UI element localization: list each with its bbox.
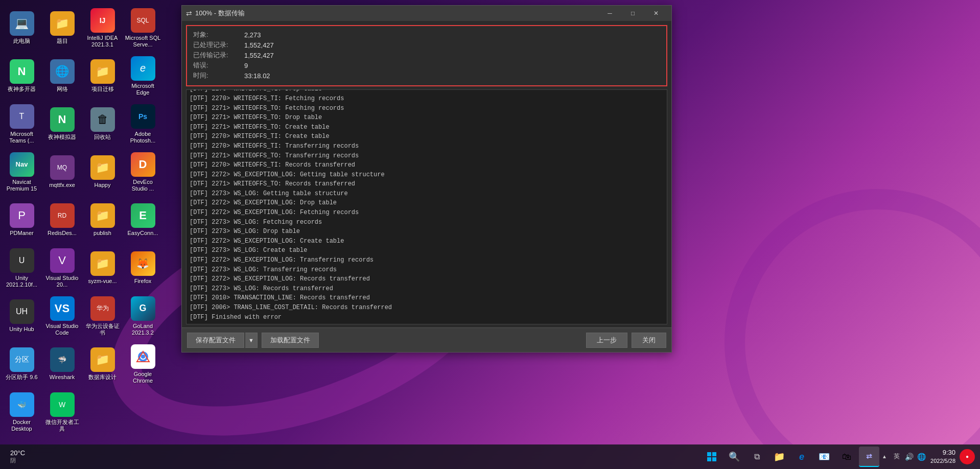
desktop-icon-pdmaner[interactable]: P PDManer: [3, 197, 41, 243]
desktop-icon-idea[interactable]: IJ IntelliJ IDEA 2021.3.1: [83, 5, 122, 51]
desktop-icon-easyconn[interactable]: E EasyConn...: [124, 197, 162, 243]
log-area[interactable]: [DTF] 2269> WRITEOFFS_PR: Fetching recor…: [186, 89, 667, 324]
log-content: [DTF] 2269> WRITEOFFS_PR: Fetching recor…: [186, 89, 667, 324]
save-config-arrow[interactable]: ▼: [245, 333, 258, 348]
desktop-icon-happy[interactable]: 📁 Happy: [83, 149, 122, 195]
unityhub-label: Unity Hub: [9, 326, 34, 333]
log-line: [DTF] 2273> WS_LOG: Getting table struct…: [190, 189, 664, 199]
fenqu-icon: 分区: [10, 347, 34, 372]
syzm-icon: 📁: [90, 251, 115, 276]
desktop-icon-fenqu[interactable]: 分区 分区助手 9.6: [3, 341, 41, 387]
log-line: [DTF] 2273> WS_LOG: Drop table: [190, 227, 664, 237]
wireshark-label: Wireshark: [50, 374, 75, 381]
desktop-icon-publish[interactable]: 📁 publish: [83, 197, 122, 243]
happy-icon: 📁: [90, 155, 115, 180]
desktop-icon-shujuku[interactable]: 📁 数据库设计: [83, 341, 122, 387]
desktop-icon-hw[interactable]: 华为 华为云设备证书: [83, 293, 122, 339]
processing-value: 1,552,427: [244, 41, 274, 49]
adobe-icon: Ps: [131, 104, 155, 129]
load-config-button[interactable]: 加载配置文件: [262, 333, 319, 348]
desktop-icon-unityhub[interactable]: UH Unity Hub: [3, 293, 41, 339]
minimize-button[interactable]: ─: [598, 6, 621, 21]
objects-value: 2,273: [244, 31, 261, 39]
desktop-icon-wechat[interactable]: W 微信开发者工具: [43, 389, 81, 435]
systray: ▲ 英 🔊 🌐: [879, 452, 926, 462]
start-button[interactable]: [702, 447, 722, 467]
idea-label: IntelliJ IDEA 2021.3.1: [85, 35, 121, 48]
desktop-icon-mqtt[interactable]: MQ mqttfx.exe: [43, 149, 81, 195]
desktop-icon-firefox[interactable]: 🦊 Firefox: [124, 245, 162, 291]
desktop-icon-vs[interactable]: V Visual Studio 20...: [43, 245, 81, 291]
recycle-icon: 🗑: [90, 107, 115, 132]
edge-icon: e: [131, 56, 155, 81]
close-button[interactable]: ✕: [644, 6, 667, 21]
log-line: [DTF] 2271> WRITEOFFS_TO: Transferring r…: [190, 151, 664, 161]
taskbar-store[interactable]: 🛍: [836, 447, 857, 467]
desktop-icon-edge[interactable]: e Microsoft Edge: [124, 53, 162, 99]
window-footer: 保存配置文件 ▼ 加载配置文件 上一步 关闭: [182, 327, 671, 352]
save-config-button[interactable]: 保存配置文件: [187, 333, 244, 348]
nox2-icon: N: [50, 107, 75, 132]
close-window-button[interactable]: 关闭: [632, 333, 666, 348]
desktop-icon-redis[interactable]: RD RedisDes...: [43, 197, 81, 243]
titlebar-left: ⇄ 100% - 数据传输: [186, 9, 245, 18]
pdmaner-label: PDManer: [10, 230, 33, 237]
adobe-label: Adobe Photosh...: [125, 131, 161, 144]
deveco-label: DevEco Studio ...: [125, 179, 161, 192]
desktop-icon-syzm[interactable]: 📁 syzm-vue...: [83, 245, 122, 291]
desktop-icon-chrome[interactable]: Google Chrome: [124, 341, 162, 387]
log-line: [DTF] 2272> WS_EXCEPTION_LOG: Fetching r…: [190, 208, 664, 218]
taskbar-navicat-active[interactable]: ⇄: [859, 447, 879, 467]
processing-label: 已处理记录:: [193, 40, 244, 50]
desktop-icon-adobe[interactable]: Ps Adobe Photosh...: [124, 101, 162, 147]
tray-network[interactable]: 🌐: [916, 452, 926, 462]
navicat-label: Navicat Premium 15: [4, 179, 40, 192]
objects-label: 对象:: [193, 30, 244, 39]
desktop-icon-migrate[interactable]: 📁 项目迁移: [83, 53, 122, 99]
notification-button[interactable]: ●: [960, 449, 975, 464]
desktop-icon-unity[interactable]: U Unity 2021.2.10f...: [3, 245, 41, 291]
save-config-group: 保存配置文件 ▼: [187, 333, 258, 348]
search-button[interactable]: 🔍: [724, 447, 744, 467]
footer-right: 上一步 关闭: [586, 333, 666, 348]
desktop-icon-nox2[interactable]: N 夜神模拟器: [43, 101, 81, 147]
taskview-button[interactable]: ⧉: [746, 447, 767, 467]
log-line: [DTF] 2010> TRANSACTION_LINE: Records tr…: [190, 293, 664, 303]
tray-speaker[interactable]: 🔊: [904, 452, 914, 462]
desktop-icon-teams[interactable]: T Microsoft Teams (...: [3, 101, 41, 147]
maximize-button[interactable]: □: [621, 6, 644, 21]
pc-label: 此电脑: [13, 38, 30, 44]
desktop-icon-sql[interactable]: SQL Microsoft SQL Serve...: [124, 5, 162, 51]
taskbar-edge[interactable]: e: [791, 447, 812, 467]
taskbar-explorer[interactable]: 📁: [769, 447, 789, 467]
taskbar-mail[interactable]: 📧: [814, 447, 834, 467]
recycle-label: 回收站: [94, 134, 111, 140]
svg-rect-3: [707, 452, 711, 456]
desktop-icon-go[interactable]: G GoLand 2021.3.2: [124, 293, 162, 339]
project-icon: 📁: [50, 11, 75, 36]
desktop-icon-docker[interactable]: 🐳 Docker Desktop: [3, 389, 41, 435]
desktop-icon-recycle[interactable]: 🗑 回收站: [83, 101, 122, 147]
pc-icon: 💻: [10, 11, 34, 36]
desktop-icon-network[interactable]: 🌐 网络: [43, 53, 81, 99]
desktop-icon-navicat[interactable]: Nav Navicat Premium 15: [3, 149, 41, 195]
desktop-icon-vscode[interactable]: VS Visual Studio Code: [43, 293, 81, 339]
transferred-label: 已传输记录:: [193, 51, 244, 60]
desktop-icon-pc[interactable]: 💻 此电脑: [3, 5, 41, 51]
tray-lang[interactable]: 英: [892, 452, 902, 462]
taskbar: 20°C 阴 🔍 ⧉ 📁 e 📧 🛍 ⇄ ▲ 英: [0, 444, 980, 469]
pdmaner-icon: P: [10, 203, 34, 228]
log-line: [DTF] 2006> TRANS_LINE_COST_DETAIL: Reco…: [190, 303, 664, 313]
tray-arrow[interactable]: ▲: [879, 452, 890, 462]
desktop-icon-project[interactable]: 📁 题目: [43, 5, 81, 51]
taskbar-clock[interactable]: 9:30 2022/5/28: [930, 448, 955, 465]
vscode-label: Visual Studio Code: [44, 323, 80, 336]
desktop-icon-wireshark[interactable]: 🦈 Wireshark: [43, 341, 81, 387]
stats-transferred-row: 已传输记录: 1,552,427: [193, 51, 660, 60]
log-line: [DTF] 2273> WS_LOG: Records transferred: [190, 284, 664, 294]
docker-label: Docker Desktop: [4, 419, 40, 432]
desktop-icon-deveco[interactable]: D DevEco Studio ...: [124, 149, 162, 195]
prev-step-button[interactable]: 上一步: [586, 333, 627, 348]
desktop-icon-nox[interactable]: N 夜神多开器: [3, 53, 41, 99]
svg-rect-6: [712, 457, 716, 461]
